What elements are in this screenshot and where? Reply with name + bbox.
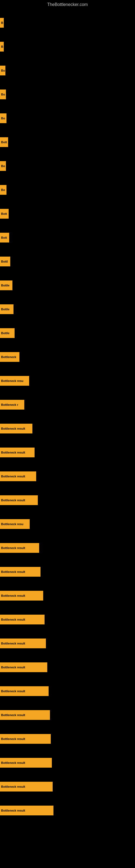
- bar-item: Bottleneck result: [0, 758, 52, 768]
- bar-label: Bo: [1, 188, 5, 191]
- bar-item: Bott: [0, 137, 8, 147]
- bar-row: Bottleneck resu: [0, 512, 135, 536]
- bar-item: Bottleneck resu: [0, 519, 30, 529]
- bar-row: Bottleneck result: [0, 608, 135, 631]
- bar-row: Bottle: [0, 297, 135, 321]
- bar-row: Bottleneck result: [0, 584, 135, 608]
- bar-row: Bottleneck result: [0, 416, 135, 440]
- bar-row: Bottleneck result: [0, 727, 135, 751]
- bar-item: Bo: [0, 113, 6, 123]
- bar-item: Bottleneck result: [0, 782, 53, 792]
- bar-item: Bottle: [0, 280, 12, 290]
- bar-label: B: [1, 45, 3, 48]
- bar-item: Bottleneck result: [0, 567, 41, 577]
- bar-label: Bottleneck result: [1, 642, 25, 645]
- bar-label: Bottleneck resu: [1, 522, 24, 526]
- bar-item: Bottleneck result: [0, 591, 43, 600]
- bar-label: Bottleneck r: [1, 403, 18, 406]
- bar-label: Bottle: [1, 284, 9, 287]
- bar-label: Bottleneck result: [1, 475, 25, 478]
- bar-label: Bottle: [1, 332, 9, 335]
- bar-row: Bott: [0, 202, 135, 226]
- bar-row: Bo: [0, 154, 135, 178]
- bar-item: Bo: [0, 161, 6, 171]
- bar-label: Bottleneck result: [1, 737, 25, 741]
- bar-item: B: [0, 42, 4, 52]
- bar-label: Bottle: [1, 308, 9, 311]
- bar-label: Bo: [1, 69, 5, 72]
- bar-row: Bottleneck result: [0, 751, 135, 775]
- bar-row: Bottleneck result: [0, 799, 135, 823]
- bar-item: Bottleneck result: [0, 495, 38, 505]
- bar-row: Bo: [0, 178, 135, 202]
- bar-label: Bottleneck: [1, 355, 16, 359]
- bar-row: Bottleneck result: [0, 560, 135, 584]
- bar-item: Bottleneck: [0, 352, 19, 362]
- bar-item: Bottleneck result: [0, 543, 39, 553]
- bar-label: Bottleneck result: [1, 570, 25, 574]
- bar-row: Bo: [0, 83, 135, 106]
- bars-container: BBBoBoBoBottBoBoBottBottBottlBottleBottl…: [0, 8, 135, 823]
- bar-row: Bo: [0, 59, 135, 83]
- bar-label: Bott: [1, 141, 7, 144]
- bar-item: Bottleneck result: [0, 615, 45, 624]
- bar-row: Bottleneck result: [0, 464, 135, 488]
- bar-item: Bottleneck r: [0, 400, 24, 410]
- site-title: TheBottlenecker.com: [0, 0, 135, 8]
- bar-item: Bottleneck result: [0, 662, 47, 672]
- bar-label: Bo: [1, 93, 5, 96]
- bar-label: Bottl: [1, 260, 8, 263]
- bar-row: Bottleneck result: [0, 440, 135, 464]
- bar-label: Bottleneck resu: [1, 379, 24, 382]
- bar-label: Bottleneck result: [1, 785, 25, 788]
- bar-item: Bottle: [0, 328, 14, 338]
- bar-row: Bottl: [0, 250, 135, 273]
- bar-item: Bo: [0, 66, 5, 75]
- bar-item: Bott: [0, 209, 9, 219]
- bar-item: Bottleneck result: [0, 734, 51, 744]
- bar-row: Bottleneck result: [0, 488, 135, 512]
- bar-label: Bott: [1, 236, 7, 239]
- bar-label: Bottleneck result: [1, 451, 25, 454]
- bar-row: Bottle: [0, 321, 135, 345]
- bar-item: Bo: [0, 90, 6, 99]
- bar-row: Bottleneck result: [0, 536, 135, 560]
- bar-item: Bottleneck result: [0, 424, 32, 433]
- bar-label: Bo: [1, 164, 5, 167]
- bar-label: Bottleneck result: [1, 761, 25, 764]
- bar-label: B: [1, 21, 3, 24]
- bar-label: Bottleneck result: [1, 809, 25, 812]
- bar-item: Bott: [0, 233, 9, 243]
- bar-item: Bottleneck result: [0, 471, 36, 481]
- bar-row: Bottleneck r: [0, 393, 135, 416]
- bar-label: Bottleneck result: [1, 594, 25, 597]
- bar-label: Bottleneck result: [1, 427, 25, 430]
- bar-item: Bottleneck result: [0, 686, 49, 696]
- bar-row: Bottleneck result: [0, 679, 135, 703]
- bar-label: Bottleneck result: [1, 546, 25, 550]
- bar-row: Bottleneck result: [0, 655, 135, 679]
- bar-label: Bott: [1, 212, 7, 215]
- bar-row: Bo: [0, 106, 135, 130]
- bar-label: Bottleneck result: [1, 665, 25, 669]
- bar-row: B: [0, 35, 135, 59]
- bar-row: Bottleneck result: [0, 775, 135, 799]
- bar-item: Bottleneck result: [0, 806, 53, 815]
- bar-item: Bottleneck result: [0, 447, 35, 457]
- bar-item: Bottleneck result: [0, 639, 46, 648]
- bar-row: Bottleneck resu: [0, 369, 135, 393]
- bar-item: Bottleneck resu: [0, 376, 29, 386]
- bar-label: Bottleneck result: [1, 499, 25, 502]
- bar-label: Bottleneck result: [1, 618, 25, 621]
- bar-row: Bottle: [0, 273, 135, 297]
- bar-label: Bo: [1, 117, 5, 120]
- bar-row: B: [0, 11, 135, 35]
- bar-row: Bottleneck result: [0, 631, 135, 655]
- bar-label: Bottleneck result: [1, 713, 25, 717]
- bar-item: Bo: [0, 185, 6, 195]
- bar-item: Bottl: [0, 257, 10, 267]
- bar-row: Bott: [0, 226, 135, 250]
- bar-item: Bottle: [0, 304, 13, 314]
- bar-row: Bottleneck: [0, 345, 135, 369]
- bar-item: Bottleneck result: [0, 710, 50, 720]
